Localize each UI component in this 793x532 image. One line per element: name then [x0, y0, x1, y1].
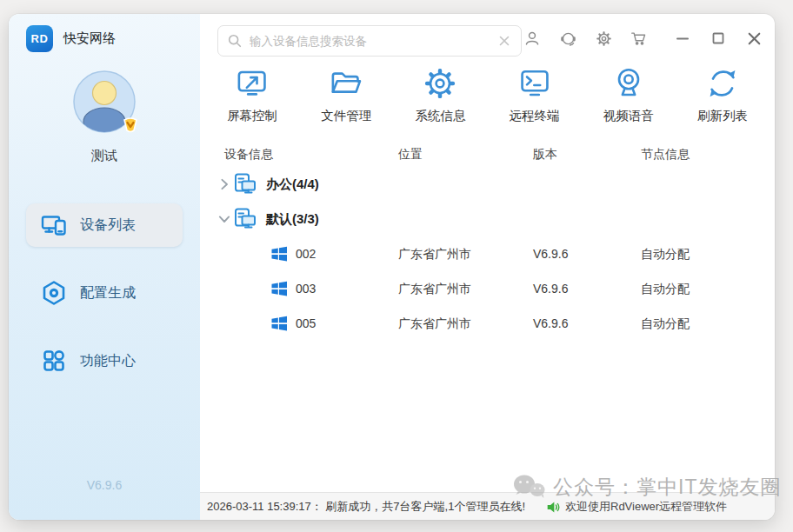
- device-name: 003: [296, 271, 316, 306]
- group-row-office[interactable]: 办公(4/4): [200, 167, 775, 202]
- device-version: V6.9.6: [533, 306, 568, 341]
- function-center-icon: [40, 347, 68, 375]
- device-group-icon: [233, 172, 257, 196]
- group-name: 默认(3/3): [266, 202, 319, 236]
- windows-logo-icon: [270, 279, 289, 298]
- app-logo: RD: [26, 25, 53, 52]
- device-location: 广东省广州市: [398, 236, 471, 271]
- customer-service-icon[interactable]: [557, 28, 578, 49]
- screen-control-icon: [233, 64, 271, 103]
- toolbar: 屏幕控制 文件管理: [209, 64, 766, 137]
- chevron-down-icon[interactable]: [214, 209, 235, 229]
- device-location: 广东省广州市: [398, 271, 471, 306]
- chevron-right-icon[interactable]: [214, 174, 235, 195]
- toolbar-label: 视频语音: [603, 108, 654, 124]
- maximize-button[interactable]: [708, 28, 729, 49]
- toolbar-refresh-list[interactable]: 刷新列表: [679, 64, 766, 137]
- device-version: V6.9.6: [533, 271, 568, 306]
- vip-badge-icon: [121, 116, 140, 135]
- sidebar-item-function-center[interactable]: 功能中心: [26, 339, 183, 382]
- avatar[interactable]: [72, 70, 137, 134]
- video-voice-icon: [610, 64, 648, 103]
- device-group-icon: [233, 207, 257, 231]
- close-button[interactable]: [743, 28, 764, 49]
- device-version: V6.9.6: [533, 236, 568, 271]
- device-node: 自动分配: [641, 236, 690, 271]
- device-list-icon: [40, 211, 68, 239]
- toolbar-screen-control[interactable]: 屏幕控制: [209, 64, 296, 137]
- header-node-info: 节点信息: [641, 143, 690, 165]
- settings-gear-icon[interactable]: [593, 28, 614, 49]
- welcome-text: 欢迎使用RdViewer远程管理软件: [565, 499, 727, 515]
- header-version: 版本: [533, 143, 557, 165]
- toolbar-label: 屏幕控制: [227, 108, 277, 124]
- refresh-list-icon: [703, 64, 742, 103]
- minimize-button[interactable]: [672, 28, 693, 49]
- app-title: 快安网络: [63, 30, 116, 47]
- status-bar: 2026-03-11 15:39:17： 刷新成功，共7台客户端,1个管理员在线…: [200, 492, 775, 520]
- sidebar-menu: 设备列表 配置生成: [26, 203, 183, 407]
- file-manage-icon: [327, 64, 365, 103]
- app-logo-row: RD 快安网络: [26, 25, 116, 52]
- device-location: 广东省广州市: [398, 306, 471, 341]
- user-panel: 测试: [9, 70, 200, 164]
- sidebar-item-device-list[interactable]: 设备列表: [26, 203, 183, 247]
- search-icon: [227, 33, 243, 49]
- header-location: 位置: [398, 143, 423, 165]
- titlebar-icons: [507, 28, 764, 49]
- windows-logo-icon: [270, 314, 289, 333]
- search-box: [217, 25, 522, 57]
- username: 测试: [9, 148, 200, 164]
- toolbar-system-info[interactable]: 系统信息: [396, 64, 483, 137]
- device-row[interactable]: 005 广东省广州市 V6.9.6 自动分配: [200, 306, 775, 341]
- device-node: 自动分配: [641, 271, 690, 306]
- group-name: 办公(4/4): [266, 167, 319, 202]
- device-name: 002: [296, 236, 316, 271]
- toolbar-video-voice[interactable]: 视频语音: [585, 64, 672, 137]
- toolbar-label: 系统信息: [415, 108, 465, 124]
- sidebar: RD 快安网络 测试: [9, 14, 200, 520]
- toolbar-remote-terminal[interactable]: 远程终端: [491, 64, 578, 137]
- table-header: 设备信息 位置 版本 节点信息: [200, 143, 775, 165]
- toolbar-file-manage[interactable]: 文件管理: [303, 64, 390, 137]
- sidebar-item-config-generate[interactable]: 配置生成: [26, 271, 183, 315]
- header-device-info: 设备信息: [224, 143, 273, 165]
- cart-icon[interactable]: [629, 28, 650, 49]
- search-input[interactable]: [250, 35, 496, 48]
- system-info-icon: [421, 64, 459, 103]
- status-message: 2026-03-11 15:39:17： 刷新成功，共7台客户端,1个管理员在线…: [207, 499, 525, 515]
- app-version: V6.9.6: [9, 478, 200, 492]
- sidebar-item-label: 配置生成: [80, 284, 136, 303]
- device-row[interactable]: 002 广东省广州市 V6.9.6 自动分配: [200, 236, 775, 271]
- device-name: 005: [296, 306, 316, 341]
- speaker-icon: [546, 500, 561, 515]
- sidebar-item-label: 功能中心: [80, 352, 136, 370]
- toolbar-label: 远程终端: [510, 108, 560, 124]
- main-area: 屏幕控制 文件管理: [200, 14, 775, 520]
- sidebar-item-label: 设备列表: [80, 216, 136, 235]
- device-node: 自动分配: [641, 306, 690, 341]
- group-row-default[interactable]: 默认(3/3): [200, 202, 775, 236]
- config-generate-icon: [40, 279, 68, 307]
- device-row[interactable]: 003 广东省广州市 V6.9.6 自动分配: [200, 271, 775, 306]
- app-window: RD 快安网络 测试: [9, 14, 775, 520]
- welcome-notice: 欢迎使用RdViewer远程管理软件: [546, 493, 727, 521]
- windows-logo-icon: [270, 244, 289, 263]
- toolbar-label: 刷新列表: [697, 108, 748, 124]
- toolbar-label: 文件管理: [321, 108, 371, 124]
- user-icon[interactable]: [522, 28, 543, 49]
- remote-terminal-icon: [516, 64, 554, 103]
